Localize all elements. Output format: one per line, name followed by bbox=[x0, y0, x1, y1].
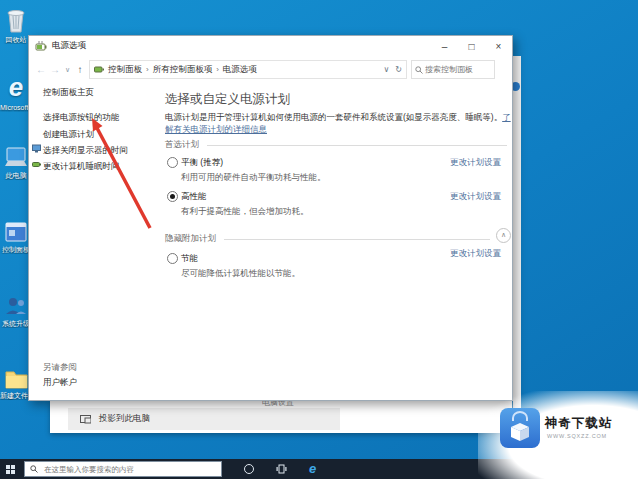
watermark: 神奇下载站 WWW.SQXZZ.COM bbox=[478, 391, 638, 479]
laptop-icon bbox=[3, 146, 29, 170]
plan-name-balanced[interactable]: 平衡 (推荐) bbox=[181, 157, 223, 169]
forward-button[interactable]: → bbox=[48, 64, 62, 75]
taskbar-search-input[interactable] bbox=[42, 464, 206, 475]
navigation-toolbar: ← → ∨ ↑ 控制面板 › 所有控制面板项 › 电源选项 ∨ ↻ bbox=[29, 56, 512, 83]
collapse-plans-button[interactable]: ∧ bbox=[496, 228, 511, 243]
additional-plans-header: 隐藏附加计划 bbox=[165, 233, 490, 245]
breadcrumb-all-items[interactable]: 所有控制面板项 bbox=[153, 64, 213, 76]
settings-partial-text: 电脑设置 bbox=[262, 400, 294, 408]
power-options-window: 电源选项 – □ × ← → ∨ ↑ 控制面板 › 所有控制面板项 › 电源选项 bbox=[28, 35, 513, 401]
maximize-button[interactable]: □ bbox=[458, 37, 485, 56]
recent-pages-dropdown-icon[interactable]: ∨ bbox=[62, 66, 73, 74]
sidebar-item-turn-off-display[interactable]: 选择关闭显示器的时间 bbox=[43, 145, 128, 157]
settings-item-label: 投影到此电脑 bbox=[99, 413, 150, 425]
display-icon bbox=[32, 144, 41, 153]
window-title: 电源选项 bbox=[52, 40, 431, 52]
breadcrumb-separator-icon: › bbox=[146, 65, 149, 74]
see-also-header: 另请参阅 bbox=[43, 362, 77, 374]
radio-high-performance[interactable] bbox=[167, 191, 178, 202]
users-icon bbox=[4, 294, 28, 318]
plan-desc-high-performance: 有利于提高性能，但会增加功耗。 bbox=[181, 206, 309, 218]
project-to-pc-icon bbox=[80, 415, 91, 424]
plan-desc-power-saver: 尽可能降低计算机性能以节能。 bbox=[181, 268, 300, 280]
up-button[interactable]: ↑ bbox=[73, 64, 87, 75]
watermark-title: 神奇下载站 bbox=[545, 415, 613, 432]
preferred-plans-header: 首选计划 bbox=[165, 139, 507, 151]
power-options-icon bbox=[35, 41, 47, 52]
page-title: 选择或自定义电源计划 bbox=[165, 91, 290, 108]
window-icon bbox=[4, 220, 28, 244]
search-input[interactable] bbox=[423, 64, 491, 75]
sidebar-item-power-buttons[interactable]: 选择电源按钮的功能 bbox=[43, 112, 120, 124]
sidebar-item-user-accounts[interactable]: 用户帐户 bbox=[43, 377, 77, 389]
address-bar[interactable]: 控制面板 › 所有控制面板项 › 电源选项 ∨ ↻ bbox=[89, 60, 407, 79]
taskbar-search[interactable] bbox=[24, 461, 222, 477]
task-view-icon bbox=[276, 464, 287, 474]
address-power-icon bbox=[94, 65, 104, 74]
plan-name-high-performance[interactable]: 高性能 bbox=[181, 191, 207, 203]
back-button[interactable]: ← bbox=[34, 64, 48, 75]
cortana-icon bbox=[244, 464, 254, 474]
titlebar[interactable]: 电源选项 – □ × bbox=[29, 36, 512, 56]
sleep-icon bbox=[32, 160, 41, 169]
plan-desc-balanced: 利用可用的硬件自动平衡功耗与性能。 bbox=[181, 172, 326, 184]
control-panel-search[interactable] bbox=[411, 60, 495, 79]
change-plan-settings-link[interactable]: 更改计划设置 bbox=[450, 157, 501, 169]
edge-icon: e bbox=[309, 461, 316, 477]
edge-icon: e bbox=[9, 72, 23, 102]
radio-balanced[interactable] bbox=[167, 157, 178, 168]
breadcrumb-separator-icon: › bbox=[216, 65, 219, 74]
close-button[interactable]: × bbox=[485, 37, 512, 56]
radio-power-saver[interactable] bbox=[167, 253, 178, 264]
page-description: 电源计划是用于管理计算机如何使用电源的一套硬件和系统设置(如显示器亮度、睡眠等)… bbox=[165, 111, 515, 135]
watermark-logo-icon bbox=[500, 408, 540, 448]
breadcrumb-power-options[interactable]: 电源选项 bbox=[223, 64, 257, 76]
start-button[interactable] bbox=[0, 459, 20, 479]
refresh-icon[interactable]: ↻ bbox=[395, 65, 402, 74]
task-view-button[interactable] bbox=[276, 464, 287, 474]
plan-name-power-saver[interactable]: 节能 bbox=[181, 253, 198, 265]
sidebar-item-home[interactable]: 控制面板主页 bbox=[43, 87, 94, 99]
watermark-url: WWW.SQXZZ.COM bbox=[547, 433, 607, 439]
sidebar-item-create-plan[interactable]: 创建电源计划 bbox=[43, 129, 94, 141]
settings-window-strip: 电脑设置 投影到此电脑 bbox=[50, 400, 512, 433]
settings-item-project-to-pc[interactable]: 投影到此电脑 bbox=[68, 408, 340, 430]
minimize-button[interactable]: – bbox=[431, 37, 458, 56]
recycle-bin-icon bbox=[4, 6, 28, 34]
change-plan-settings-link[interactable]: 更改计划设置 bbox=[450, 248, 501, 260]
desktop: 回收站 e Microsoft Edge 此电脑 控制面板 系统升级 bbox=[0, 0, 638, 479]
folder-icon bbox=[4, 368, 29, 390]
breadcrumb-control-panel[interactable]: 控制面板 bbox=[108, 64, 142, 76]
search-icon bbox=[415, 66, 423, 74]
sidebar-item-computer-sleep[interactable]: 更改计算机睡眠时间 bbox=[43, 161, 120, 173]
address-dropdown-icon[interactable]: ∨ bbox=[383, 65, 389, 74]
windows-logo-icon bbox=[6, 465, 15, 474]
change-plan-settings-link[interactable]: 更改计划设置 bbox=[450, 191, 501, 203]
edge-taskbar-button[interactable]: e bbox=[309, 461, 316, 477]
search-icon bbox=[30, 465, 38, 473]
cortana-button[interactable] bbox=[244, 464, 254, 474]
